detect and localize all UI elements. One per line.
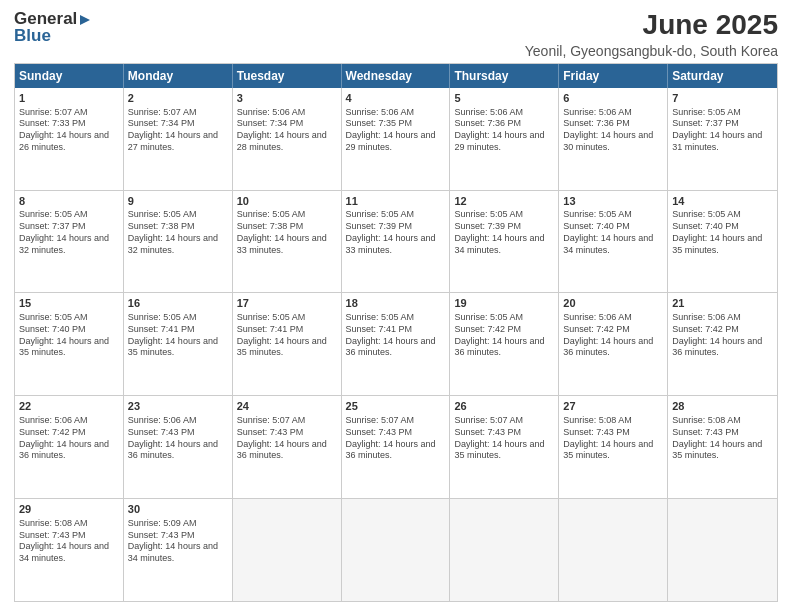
calendar-cell-2: 2Sunrise: 5:07 AMSunset: 7:34 PMDaylight…: [124, 88, 233, 190]
calendar-cell-6: 6Sunrise: 5:06 AMSunset: 7:36 PMDaylight…: [559, 88, 668, 190]
day-info: Sunrise: 5:07 AMSunset: 7:43 PMDaylight:…: [237, 415, 337, 462]
day-info: Sunrise: 5:08 AMSunset: 7:43 PMDaylight:…: [19, 518, 119, 565]
day-number: 8: [19, 194, 119, 209]
day-info: Sunrise: 5:09 AMSunset: 7:43 PMDaylight:…: [128, 518, 228, 565]
calendar-cell-11: 11Sunrise: 5:05 AMSunset: 7:39 PMDayligh…: [342, 191, 451, 293]
day-number: 11: [346, 194, 446, 209]
location-subtitle: Yeonil, Gyeongsangbuk-do, South Korea: [525, 43, 778, 59]
day-number: 14: [672, 194, 773, 209]
calendar-row-1: 1Sunrise: 5:07 AMSunset: 7:33 PMDaylight…: [15, 88, 777, 191]
calendar-cell-5: 5Sunrise: 5:06 AMSunset: 7:36 PMDaylight…: [450, 88, 559, 190]
calendar-cell-empty: [233, 499, 342, 601]
calendar-cell-30: 30Sunrise: 5:09 AMSunset: 7:43 PMDayligh…: [124, 499, 233, 601]
day-number: 24: [237, 399, 337, 414]
day-info: Sunrise: 5:07 AMSunset: 7:34 PMDaylight:…: [128, 107, 228, 154]
header-day-friday: Friday: [559, 64, 668, 88]
day-number: 30: [128, 502, 228, 517]
day-info: Sunrise: 5:05 AMSunset: 7:41 PMDaylight:…: [128, 312, 228, 359]
day-number: 7: [672, 91, 773, 106]
day-info: Sunrise: 5:05 AMSunset: 7:40 PMDaylight:…: [563, 209, 663, 256]
calendar-cell-27: 27Sunrise: 5:08 AMSunset: 7:43 PMDayligh…: [559, 396, 668, 498]
calendar-row-5: 29Sunrise: 5:08 AMSunset: 7:43 PMDayligh…: [15, 499, 777, 601]
calendar-cell-empty: [559, 499, 668, 601]
calendar-cell-4: 4Sunrise: 5:06 AMSunset: 7:35 PMDaylight…: [342, 88, 451, 190]
calendar-cell-25: 25Sunrise: 5:07 AMSunset: 7:43 PMDayligh…: [342, 396, 451, 498]
calendar-body: 1Sunrise: 5:07 AMSunset: 7:33 PMDaylight…: [15, 88, 777, 601]
header-day-sunday: Sunday: [15, 64, 124, 88]
day-info: Sunrise: 5:05 AMSunset: 7:40 PMDaylight:…: [672, 209, 773, 256]
day-info: Sunrise: 5:05 AMSunset: 7:37 PMDaylight:…: [19, 209, 119, 256]
day-number: 12: [454, 194, 554, 209]
calendar-cell-24: 24Sunrise: 5:07 AMSunset: 7:43 PMDayligh…: [233, 396, 342, 498]
calendar-cell-7: 7Sunrise: 5:05 AMSunset: 7:37 PMDaylight…: [668, 88, 777, 190]
day-number: 10: [237, 194, 337, 209]
day-number: 13: [563, 194, 663, 209]
day-info: Sunrise: 5:07 AMSunset: 7:43 PMDaylight:…: [346, 415, 446, 462]
header-day-saturday: Saturday: [668, 64, 777, 88]
day-number: 15: [19, 296, 119, 311]
logo: General Blue: [14, 10, 92, 44]
calendar-cell-28: 28Sunrise: 5:08 AMSunset: 7:43 PMDayligh…: [668, 396, 777, 498]
day-number: 27: [563, 399, 663, 414]
calendar-cell-9: 9Sunrise: 5:05 AMSunset: 7:38 PMDaylight…: [124, 191, 233, 293]
day-info: Sunrise: 5:06 AMSunset: 7:42 PMDaylight:…: [19, 415, 119, 462]
header-day-monday: Monday: [124, 64, 233, 88]
day-number: 4: [346, 91, 446, 106]
calendar-header: SundayMondayTuesdayWednesdayThursdayFrid…: [15, 64, 777, 88]
day-number: 25: [346, 399, 446, 414]
header-day-tuesday: Tuesday: [233, 64, 342, 88]
day-number: 21: [672, 296, 773, 311]
day-info: Sunrise: 5:08 AMSunset: 7:43 PMDaylight:…: [563, 415, 663, 462]
day-number: 22: [19, 399, 119, 414]
calendar-cell-3: 3Sunrise: 5:06 AMSunset: 7:34 PMDaylight…: [233, 88, 342, 190]
page: General Blue June 2025 Yeonil, Gyeongsan…: [0, 0, 792, 612]
svg-marker-0: [80, 15, 90, 25]
day-info: Sunrise: 5:06 AMSunset: 7:34 PMDaylight:…: [237, 107, 337, 154]
day-number: 29: [19, 502, 119, 517]
header-day-thursday: Thursday: [450, 64, 559, 88]
calendar-cell-empty: [450, 499, 559, 601]
day-info: Sunrise: 5:06 AMSunset: 7:42 PMDaylight:…: [672, 312, 773, 359]
calendar-cell-12: 12Sunrise: 5:05 AMSunset: 7:39 PMDayligh…: [450, 191, 559, 293]
header: General Blue June 2025 Yeonil, Gyeongsan…: [14, 10, 778, 59]
calendar-row-2: 8Sunrise: 5:05 AMSunset: 7:37 PMDaylight…: [15, 191, 777, 294]
calendar-cell-empty: [342, 499, 451, 601]
day-info: Sunrise: 5:05 AMSunset: 7:38 PMDaylight:…: [128, 209, 228, 256]
logo-triangle-icon: [78, 13, 92, 27]
logo-blue: Blue: [14, 27, 51, 44]
calendar-cell-empty: [668, 499, 777, 601]
calendar-cell-29: 29Sunrise: 5:08 AMSunset: 7:43 PMDayligh…: [15, 499, 124, 601]
day-number: 9: [128, 194, 228, 209]
day-number: 19: [454, 296, 554, 311]
calendar-row-3: 15Sunrise: 5:05 AMSunset: 7:40 PMDayligh…: [15, 293, 777, 396]
calendar-cell-1: 1Sunrise: 5:07 AMSunset: 7:33 PMDaylight…: [15, 88, 124, 190]
calendar-cell-10: 10Sunrise: 5:05 AMSunset: 7:38 PMDayligh…: [233, 191, 342, 293]
day-info: Sunrise: 5:07 AMSunset: 7:43 PMDaylight:…: [454, 415, 554, 462]
day-info: Sunrise: 5:06 AMSunset: 7:36 PMDaylight:…: [454, 107, 554, 154]
day-info: Sunrise: 5:06 AMSunset: 7:36 PMDaylight:…: [563, 107, 663, 154]
day-number: 26: [454, 399, 554, 414]
day-number: 1: [19, 91, 119, 106]
logo-general: General: [14, 10, 77, 27]
month-year-title: June 2025: [525, 10, 778, 41]
day-number: 2: [128, 91, 228, 106]
calendar: SundayMondayTuesdayWednesdayThursdayFrid…: [14, 63, 778, 602]
calendar-cell-19: 19Sunrise: 5:05 AMSunset: 7:42 PMDayligh…: [450, 293, 559, 395]
calendar-cell-13: 13Sunrise: 5:05 AMSunset: 7:40 PMDayligh…: [559, 191, 668, 293]
day-number: 20: [563, 296, 663, 311]
day-number: 28: [672, 399, 773, 414]
day-info: Sunrise: 5:05 AMSunset: 7:39 PMDaylight:…: [346, 209, 446, 256]
day-number: 18: [346, 296, 446, 311]
day-info: Sunrise: 5:08 AMSunset: 7:43 PMDaylight:…: [672, 415, 773, 462]
day-info: Sunrise: 5:06 AMSunset: 7:35 PMDaylight:…: [346, 107, 446, 154]
calendar-cell-17: 17Sunrise: 5:05 AMSunset: 7:41 PMDayligh…: [233, 293, 342, 395]
day-info: Sunrise: 5:05 AMSunset: 7:42 PMDaylight:…: [454, 312, 554, 359]
day-number: 17: [237, 296, 337, 311]
calendar-cell-8: 8Sunrise: 5:05 AMSunset: 7:37 PMDaylight…: [15, 191, 124, 293]
day-number: 16: [128, 296, 228, 311]
day-info: Sunrise: 5:06 AMSunset: 7:43 PMDaylight:…: [128, 415, 228, 462]
day-number: 3: [237, 91, 337, 106]
calendar-cell-26: 26Sunrise: 5:07 AMSunset: 7:43 PMDayligh…: [450, 396, 559, 498]
day-info: Sunrise: 5:06 AMSunset: 7:42 PMDaylight:…: [563, 312, 663, 359]
day-number: 5: [454, 91, 554, 106]
